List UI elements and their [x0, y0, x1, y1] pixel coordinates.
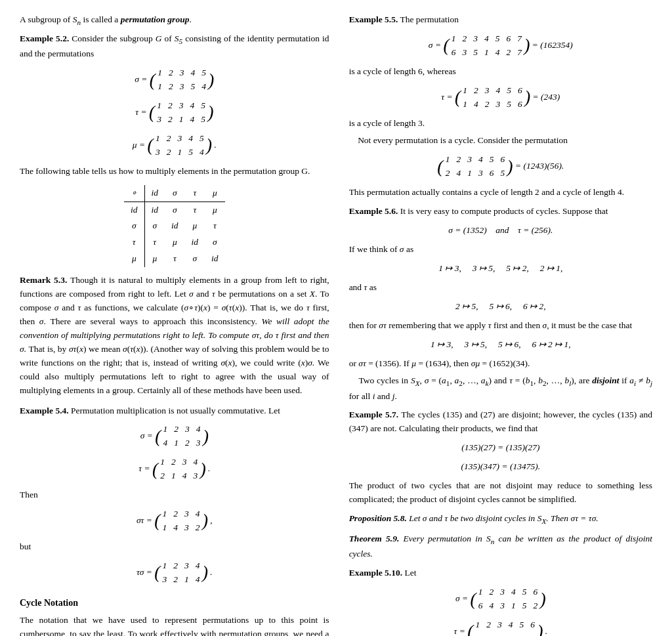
ex57-label: Example 5.7. The cycles (135) and (27) a… — [349, 408, 652, 436]
ex56-sigma-tau: σ = (1352) and τ = (256). — [349, 224, 652, 238]
cycle-notation-title: Cycle Notation — [20, 596, 329, 610]
tau-matrix: τ = ( 12345 32145 ) — [20, 99, 329, 127]
ex52-intro: Example 5.2. Consider the subgroup G of … — [20, 32, 329, 61]
right-column: Example 5.5. The permutation σ = ( 12345… — [349, 13, 652, 636]
ex56-sigma-map: 1 ↦ 3, 3 ↦ 5, 5 ↦ 2, 2 ↦ 1, — [349, 262, 652, 276]
ex57-note: The product of two cycles that are not d… — [349, 479, 652, 507]
ex56-then-text: then for στ remembering that we apply τ … — [349, 319, 652, 333]
ex54-st: στ = ( 1234 1432 ) , — [20, 507, 329, 535]
intro-text: A subgroup of Sn is called a permutation… — [20, 13, 329, 28]
table-intro-text: The following table tells us how to mult… — [20, 165, 329, 179]
ex56-st-map: 1 ↦ 3, 3 ↦ 5, 5 ↦ 6, 6 ↦ 2 ↦ 1, — [349, 338, 652, 352]
ex55-not-cycle-matrix: ( 123456 241365 ) = (1243)(56). — [349, 153, 652, 180]
sigma-matrix: σ = ( 12345 12354 ) — [20, 66, 329, 94]
but-label: but — [20, 540, 329, 554]
mu-matrix: μ = ( 12345 32154 ) . — [20, 132, 329, 159]
ex55-result: This permutation actually contains a cyc… — [349, 186, 652, 200]
ex55-cycle3: is a cycle of length 3. — [349, 117, 652, 131]
page: A subgroup of Sn is called a permutation… — [20, 13, 652, 636]
ex510-tau: τ = ( 123456 321564 ) . — [349, 618, 652, 636]
ex55-cycle6: is a cycle of length 6, whereas — [349, 65, 652, 79]
ex56-tau-map: 2 ↦ 5, 5 ↦ 6, 6 ↦ 2, — [349, 300, 652, 314]
mult-table: ∘ idστμ id idστμ σ σidμτ τ τμidσ μ μτσid — [124, 185, 225, 268]
ex55-tau: τ = ( 123456 142356 ) = (243) — [349, 84, 652, 112]
ex55-label: Example 5.5. The permutation — [349, 13, 652, 27]
ex55-not-cycle: Not every permutation is a cycle. Consid… — [349, 134, 652, 148]
ex56-or-text: or στ = (1356). If μ = (1634), then σμ =… — [349, 357, 652, 371]
ex510-sigma: σ = ( 123456 643152 ) — [349, 585, 652, 613]
thm59: Theorem 5.9. Every permutation in Sn can… — [349, 532, 652, 561]
ex55-sigma: σ = ( 1234567 6351427 ) = (162354) — [349, 32, 652, 60]
cycle-p1: The notation that we have used to repres… — [20, 614, 329, 636]
ex56-disjoint-def: Two cycles in SX, σ = (a1, a2, …, ak) an… — [349, 374, 652, 403]
ex57-eq2: (135)(347) = (13475). — [349, 460, 652, 474]
then-label: Then — [20, 488, 329, 502]
ex54-tau: τ = ( 1234 2143 ) . — [20, 456, 329, 483]
ex54-ts: τσ = ( 1234 3214 ) . — [20, 559, 329, 587]
ex56-label: Example 5.6. It is very easy to compute … — [349, 205, 652, 219]
ex510-label: Example 5.10. Let — [349, 566, 652, 580]
ex56-think-sigma: If we think of σ as — [349, 243, 652, 257]
ex56-and-tau: and τ as — [349, 281, 652, 295]
prop58: Proposition 5.8. Let σ and τ be two disj… — [349, 512, 652, 527]
ex57-eq1: (135)(27) = (135)(27) — [349, 441, 652, 455]
ex54-text: Example 5.4. Permutation multiplication … — [20, 404, 329, 418]
remark53: Remark 5.3. Though it is natural to mult… — [20, 274, 329, 397]
ex54-sigma: σ = ( 1234 4123 ) — [20, 423, 329, 450]
left-column: A subgroup of Sn is called a permutation… — [20, 13, 329, 636]
